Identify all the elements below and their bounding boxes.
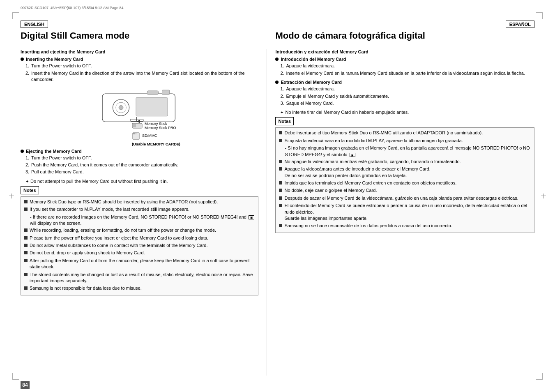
notes-label: Notes — [21, 186, 39, 194]
note-item-2: If you set the camcorder to M.PLAY mode,… — [24, 206, 255, 212]
page-number: 84 — [21, 381, 30, 389]
espanol-inserting-header: Introducción del Memory Card — [275, 57, 534, 62]
icon-small: ▣ — [249, 215, 254, 219]
espanol-inserting-steps: 1.Apague la videocámara. 2.Inserte el Me… — [275, 63, 534, 76]
es-note-item-2: Si ajusta la videocámara en la modalidad… — [279, 138, 531, 144]
es-note-item-7: Después de sacar el Memory Card de la vi… — [279, 195, 531, 201]
note-item-8: The stored contents may be changed or lo… — [24, 272, 255, 284]
usable-label: (Usable MEMORY CARDs) — [132, 142, 180, 146]
center-mark-left — [9, 194, 14, 198]
note-item-9: Samsung is not responsible for data loss… — [24, 285, 255, 291]
svg-rect-4 — [136, 97, 168, 116]
es-note-item-8: El contenido del Memory Card se puede es… — [279, 203, 531, 221]
columns: Inserting and ejecting the Memory Card I… — [21, 49, 534, 376]
es-note-item-4: Apague la videocámara antes de introduci… — [279, 166, 531, 179]
bullet-circle-1 — [21, 58, 24, 61]
english-column: Inserting and ejecting the Memory Card I… — [21, 49, 267, 376]
sdmmc-item: SD/MMC — [132, 131, 157, 140]
bullet-circle-es-2 — [275, 81, 279, 84]
svg-rect-7 — [147, 90, 158, 94]
english-ejecting-step4: ✦ Do not attempt to pull the Memory Card… — [21, 179, 258, 184]
espanol-ejecting-step4: ✦ No intente tirar del Memory Card sin h… — [275, 110, 534, 115]
header-row: ENGLISH ESPAÑOL — [21, 21, 534, 30]
es-note-item-6: No doble, deje caer o golpee el Memory C… — [279, 187, 531, 194]
english-inserting-steps: 1.Turn the Power switch to OFF. 2.Insert… — [21, 63, 258, 83]
note-item-7: After pulling the Memory Card out from t… — [24, 258, 255, 270]
bullet-circle-2 — [21, 150, 24, 153]
es-note-item-9: Samsung no se hace responsable de los da… — [279, 223, 531, 229]
main-content: ENGLISH ESPAÑOL Digital Still Camera mod… — [21, 21, 534, 376]
note-item-5: Do not allow metal substances to come in… — [24, 242, 255, 249]
espanol-notes-content: Debe insertarse el tipo Memory Stick Duo… — [275, 127, 534, 233]
list-item: 1.Apague la videocámara. — [280, 63, 534, 69]
memory-card-labels: Memory StickMemory Stick PRO SD/MMC (Usa… — [132, 122, 180, 146]
espanol-title: Modo de cámara fotográfica digital — [275, 30, 534, 41]
note-item-1: Memory Stick Duo type or RS-MMC should b… — [24, 199, 255, 205]
svg-rect-8 — [162, 90, 169, 95]
list-item: 2.Push the Memory Card, then it comes ou… — [25, 162, 258, 168]
es-note-item-5: Impida que los terminales del Memory Car… — [279, 180, 531, 186]
espanol-lang-badge: ESPAÑOL — [506, 21, 534, 30]
english-ejecting-steps: 1.Turn the Power switch to OFF. 2.Push t… — [21, 155, 258, 175]
espanol-ejecting-header: Extracción del Memory Card — [275, 80, 534, 85]
reg-mark-tl — [12, 12, 19, 19]
english-inserting-header: Inserting the Memory Card — [21, 57, 258, 62]
english-notes-content: Memory Stick Duo type or RS-MMC should b… — [21, 196, 258, 295]
camera-svg — [99, 86, 181, 127]
list-item: 2.Inserte el Memory Card en la ranura Me… — [280, 70, 534, 76]
espanol-ejecting-steps: 1.Apague la videocámara. 2.Empuje el Mem… — [275, 86, 534, 106]
svg-point-3 — [119, 105, 123, 110]
es-note-item-3: No apague la videocámara mientras esté g… — [279, 159, 531, 165]
icon-small-es: ▣ — [350, 153, 355, 157]
list-item: 2.Insert the Memory Card in the directio… — [25, 70, 258, 83]
english-lang-badge: ENGLISH — [21, 21, 48, 30]
espanol-inserting-section-title: Introducción y extracción del Memory Car… — [275, 49, 534, 54]
english-title-area: Digital Still Camera mode — [21, 30, 267, 45]
espanol-title-area: Modo de cámara fotográfica digital — [267, 30, 534, 45]
file-header: 00762D SCD107 USA+ESP(60-107) 3/15/04 9:… — [21, 6, 123, 10]
notas-label-row: Notas — [275, 117, 534, 127]
sdmmc-label: SD/MMC — [142, 134, 157, 138]
list-item: 1.Apague la videocámara. — [280, 86, 534, 92]
reg-mark-br — [536, 373, 543, 380]
titles-row: Digital Still Camera mode Modo de cámara… — [21, 30, 534, 45]
list-item: 1.Turn the Power switch to OFF. — [25, 63, 258, 69]
memory-stick-icon — [132, 122, 143, 129]
list-item: 1.Turn the Power switch to OFF. — [25, 155, 258, 161]
list-item: 2.Empuje el Memory Card y saldrá automát… — [280, 93, 534, 99]
list-item: 3.Pull out the Memory Card. — [25, 169, 258, 175]
english-notes-section: Notes Memory Stick Duo type or RS-MMC sh… — [21, 186, 258, 295]
image-area: Memory StickMemory Stick PRO SD/MMC (Usa… — [21, 86, 258, 146]
list-item: 3.Saque el Memory Card. — [280, 100, 534, 106]
es-note-item-1: Debe insertarse el tipo Memory Stick Duo… — [279, 130, 531, 136]
notas-label: Notas — [275, 117, 294, 125]
note-item-3: While recording, loading, erasing or for… — [24, 227, 255, 233]
sdmmc-icon — [132, 131, 141, 140]
note-item-4: Please turn the power off before you ins… — [24, 235, 255, 241]
bullet-circle-es-1 — [275, 58, 279, 61]
memory-stick-label: Memory StickMemory Stick PRO — [145, 122, 176, 130]
es-note-item-2-sub: - Si no hay ninguna imagen grabada en el… — [279, 145, 531, 158]
svg-rect-10 — [133, 124, 136, 127]
reg-mark-bl — [12, 373, 19, 380]
memory-stick-item: Memory StickMemory Stick PRO — [132, 122, 176, 130]
english-ejecting-header: Ejecting the Memory Card — [21, 149, 258, 154]
espanol-column: Introducción y extracción del Memory Car… — [267, 49, 534, 376]
english-inserting-section-title: Inserting and ejecting the Memory Card — [21, 49, 258, 54]
note-item-2-sub: - If there are no recorded images on the… — [24, 214, 255, 227]
english-title: Digital Still Camera mode — [21, 30, 267, 41]
center-mark-right — [541, 194, 546, 198]
note-item-6: Do not bend, drop or apply strong shock … — [24, 250, 255, 256]
reg-mark-tr — [536, 12, 543, 19]
